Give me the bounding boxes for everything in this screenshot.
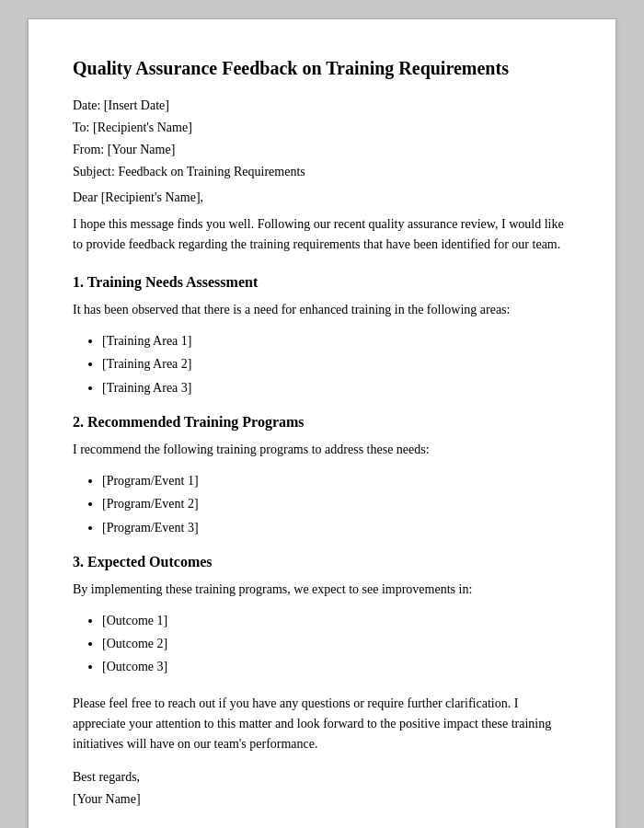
section-3-list: [Outcome 1] [Outcome 2] [Outcome 3] <box>102 609 571 679</box>
list-item: [Training Area 1] <box>102 329 571 352</box>
section-3: 3. Expected Outcomes By implementing the… <box>73 554 571 679</box>
from-line: From: [Your Name] <box>73 143 571 157</box>
list-item: [Program/Event 2] <box>102 492 571 515</box>
section-3-heading: 3. Expected Outcomes <box>73 554 571 570</box>
list-item: [Training Area 2] <box>102 352 571 375</box>
section-1: 1. Training Needs Assessment It has been… <box>73 274 571 399</box>
section-2-heading: 2. Recommended Training Programs <box>73 414 571 431</box>
document-title: Quality Assurance Feedback on Training R… <box>73 56 571 80</box>
section-1-heading: 1. Training Needs Assessment <box>73 274 571 291</box>
section-2-paragraph: I recommend the following training progr… <box>73 440 571 460</box>
signer-name: [Your Name] <box>73 792 571 807</box>
list-item: [Training Area 3] <box>102 376 571 399</box>
document: Quality Assurance Feedback on Training R… <box>28 18 616 828</box>
subject-line: Subject: Feedback on Training Requiremen… <box>73 165 571 179</box>
list-item: [Outcome 1] <box>102 609 571 632</box>
sign-off: Best regards, <box>73 770 571 785</box>
section-2: 2. Recommended Training Programs I recom… <box>73 414 571 539</box>
date-line: Date: [Insert Date] <box>73 98 571 113</box>
closing-paragraph: Please feel free to reach out if you hav… <box>73 694 571 755</box>
intro-paragraph: I hope this message finds you well. Foll… <box>73 214 571 256</box>
list-item: [Program/Event 3] <box>102 516 571 539</box>
greeting: Dear [Recipient's Name], <box>73 190 571 205</box>
section-2-list: [Program/Event 1] [Program/Event 2] [Pro… <box>102 469 571 539</box>
to-line: To: [Recipient's Name] <box>73 121 571 135</box>
section-1-list: [Training Area 1] [Training Area 2] [Tra… <box>102 329 571 399</box>
section-1-paragraph: It has been observed that there is a nee… <box>73 300 571 320</box>
list-item: [Outcome 3] <box>102 655 571 678</box>
list-item: [Program/Event 1] <box>102 469 571 492</box>
list-item: [Outcome 2] <box>102 632 571 655</box>
section-3-paragraph: By implementing these training programs,… <box>73 580 571 600</box>
